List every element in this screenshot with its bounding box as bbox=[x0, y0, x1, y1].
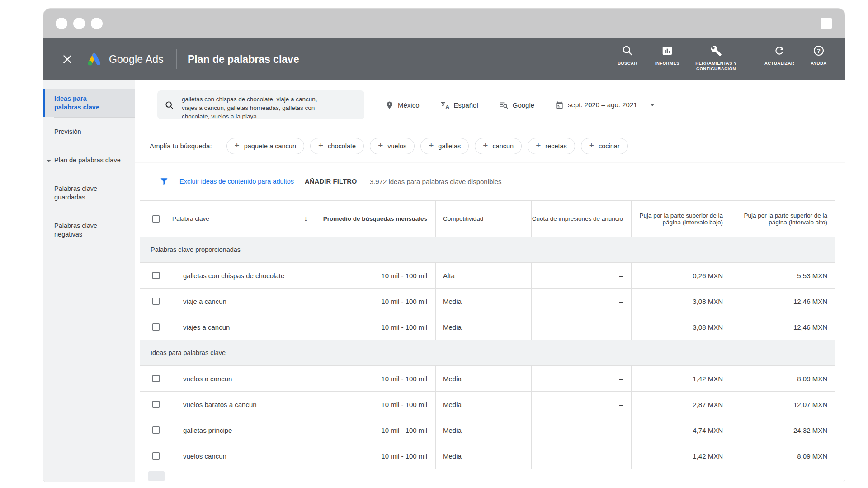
svg-text:?: ? bbox=[817, 47, 821, 54]
sidebar-item-prevision[interactable]: Previsión bbox=[43, 118, 135, 146]
chip-chocolate[interactable]: + chocolate bbox=[310, 138, 364, 154]
column-header-top-bid-low[interactable]: Puja por la parte superior de la página … bbox=[631, 201, 731, 237]
select-all-checkbox[interactable] bbox=[152, 215, 160, 223]
impression-share-cell: – bbox=[531, 417, 631, 443]
table-row: vuelos cancun 10 mil - 100 mil Media – 1… bbox=[140, 443, 835, 469]
translate-icon: A bbox=[440, 100, 450, 110]
sidebar-item-palabras-clave-guardadas[interactable]: Palabras clave guardadas bbox=[43, 175, 135, 212]
row-checkbox[interactable] bbox=[152, 452, 160, 460]
column-header-competition[interactable]: Competitividad bbox=[435, 201, 531, 237]
location-selector[interactable]: México bbox=[385, 101, 420, 109]
tools-settings-button[interactable]: HERRAMIENTAS Y CONFIGURACIÓN bbox=[691, 45, 741, 74]
available-ideas-count: 3.972 ideas para palabras clave disponib… bbox=[370, 178, 502, 185]
competition-cell: Media bbox=[435, 443, 531, 469]
plus-icon: + bbox=[235, 141, 240, 151]
impression-share-cell: – bbox=[531, 289, 631, 314]
table-header-row: Palabra clave ↓ Promedio de búsquedas me… bbox=[140, 201, 835, 237]
chip-vuelos[interactable]: + vuelos bbox=[370, 138, 415, 154]
bid-high-cell: 12,07 MXN bbox=[731, 392, 835, 417]
language-selector[interactable]: A Español bbox=[440, 100, 478, 110]
chip-cancun[interactable]: + cancun bbox=[475, 138, 522, 154]
plus-icon: + bbox=[536, 141, 541, 151]
expand-search-label: Amplía tu búsqueda: bbox=[150, 142, 212, 150]
appbar-actions: BUSCAR INFORMES HERRAMIENTAS Y CONFIGURA… bbox=[611, 45, 833, 74]
impression-share-cell: – bbox=[531, 314, 631, 340]
keywords-input[interactable]: galletas con chispas de chocolate, viaje… bbox=[157, 90, 364, 119]
keywords-input-value: galletas con chispas de chocolate, viaje… bbox=[182, 95, 323, 119]
sidebar: Ideas para palabras clave Previsión Plan… bbox=[43, 80, 135, 482]
competition-cell: Media bbox=[435, 289, 531, 314]
row-checkbox[interactable] bbox=[152, 426, 160, 434]
bid-low-cell: 4,74 MXN bbox=[631, 417, 731, 443]
row-checkbox[interactable] bbox=[152, 298, 160, 305]
sidebar-item-plan-de-palabras-clave[interactable]: Plan de palabras clave bbox=[43, 146, 135, 175]
table-row: viaje a cancun 10 mil - 100 mil Media – … bbox=[140, 289, 835, 314]
partial-checkbox bbox=[148, 471, 165, 481]
window-control-restore[interactable] bbox=[821, 18, 832, 29]
competition-cell: Media bbox=[435, 417, 531, 443]
chevron-down-icon bbox=[650, 104, 655, 106]
close-icon[interactable] bbox=[61, 53, 73, 65]
sidebar-item-palabras-clave-negativas[interactable]: Palabras clave negativas bbox=[43, 212, 135, 249]
search-button[interactable]: BUSCAR bbox=[611, 45, 644, 74]
window-control-maximize[interactable] bbox=[91, 18, 103, 29]
bid-high-cell: 8,09 MXN bbox=[731, 443, 835, 469]
refresh-icon bbox=[774, 45, 785, 57]
appbar-divider bbox=[176, 49, 177, 69]
plus-icon: + bbox=[589, 141, 594, 151]
bid-high-cell: 5,53 MXN bbox=[731, 263, 835, 288]
network-selector[interactable]: Google bbox=[499, 100, 534, 110]
group-header-keyword-ideas: Ideas para palabras clave bbox=[140, 340, 835, 366]
keyword-cell: galletas con chispas de chocolate bbox=[172, 263, 297, 288]
chip-paquete-a-cancun[interactable]: + paquete a cancun bbox=[226, 138, 304, 154]
main-panel: galletas con chispas de chocolate, viaje… bbox=[135, 80, 845, 482]
keyword-cell: galletas principe bbox=[172, 417, 297, 443]
chip-galletas[interactable]: + galletas bbox=[420, 138, 469, 154]
impression-share-cell: – bbox=[531, 443, 631, 469]
keyword-cell: viajes a cancun bbox=[172, 314, 297, 340]
column-header-avg-monthly-searches[interactable]: ↓ Promedio de búsquedas mensuales bbox=[297, 201, 435, 237]
location-pin-icon bbox=[385, 101, 394, 109]
column-header-keyword[interactable]: Palabra clave bbox=[172, 201, 297, 237]
competition-cell: Media bbox=[435, 392, 531, 417]
wrench-icon bbox=[710, 45, 722, 57]
exclude-adult-ideas-filter[interactable]: Excluir ideas de contenido para adultos bbox=[179, 178, 294, 185]
plus-icon: + bbox=[378, 141, 383, 151]
date-range-value: sept. 2020 – ago. 2021 bbox=[568, 101, 637, 109]
bid-low-cell: 1,42 MXN bbox=[631, 366, 731, 391]
competition-cell: Media bbox=[435, 314, 531, 340]
competition-cell: Alta bbox=[435, 263, 531, 288]
search-network-icon bbox=[499, 100, 509, 110]
search-icon bbox=[622, 45, 633, 57]
reports-button[interactable]: INFORMES bbox=[647, 45, 687, 74]
bid-low-cell: 3,08 MXN bbox=[631, 314, 731, 340]
chip-cocinar[interactable]: + cocinar bbox=[581, 138, 628, 154]
column-header-ad-impression-share[interactable]: Cuota de impresiones de anuncio bbox=[531, 201, 631, 237]
keyword-chips: + paquete a cancun + chocolate + vuelos … bbox=[226, 138, 628, 154]
sidebar-item-ideas-para-palabras-clave[interactable]: Ideas para palabras clave bbox=[43, 89, 135, 117]
sort-descending-icon[interactable]: ↓ bbox=[304, 214, 308, 223]
row-checkbox[interactable] bbox=[152, 323, 160, 331]
competition-cell: Media bbox=[435, 366, 531, 391]
avg-searches-cell: 10 mil - 100 mil bbox=[297, 392, 435, 417]
add-filter-button[interactable]: AÑADIR FILTRO bbox=[305, 178, 357, 185]
refresh-button[interactable]: ACTUALIZAR bbox=[758, 45, 801, 74]
filter-bar: Excluir ideas de contenido para adultos … bbox=[135, 162, 845, 200]
chip-recetas[interactable]: + recetas bbox=[528, 138, 575, 154]
help-button[interactable]: ? AYUDA bbox=[804, 45, 833, 74]
search-icon bbox=[165, 100, 175, 110]
window-control-close[interactable] bbox=[56, 18, 67, 29]
date-range-selector[interactable]: sept. 2020 – ago. 2021 bbox=[555, 101, 654, 109]
avg-searches-cell: 10 mil - 100 mil bbox=[297, 314, 435, 340]
bid-low-cell: 1,42 MXN bbox=[631, 443, 731, 469]
impression-share-cell: – bbox=[531, 263, 631, 288]
row-checkbox[interactable] bbox=[152, 375, 160, 382]
window-control-minimize[interactable] bbox=[73, 18, 85, 29]
column-header-top-bid-high[interactable]: Puja por la parte superior de la página … bbox=[731, 201, 835, 237]
keyword-cell: viaje a cancun bbox=[172, 289, 297, 314]
app-bar: Google Ads Plan de palabras clave BUSCAR… bbox=[43, 38, 845, 80]
row-checkbox[interactable] bbox=[152, 401, 160, 408]
expand-search-row: Amplía tu búsqueda: + paquete a cancun +… bbox=[135, 130, 845, 162]
row-checkbox[interactable] bbox=[152, 272, 160, 279]
window-titlebar bbox=[43, 9, 845, 38]
